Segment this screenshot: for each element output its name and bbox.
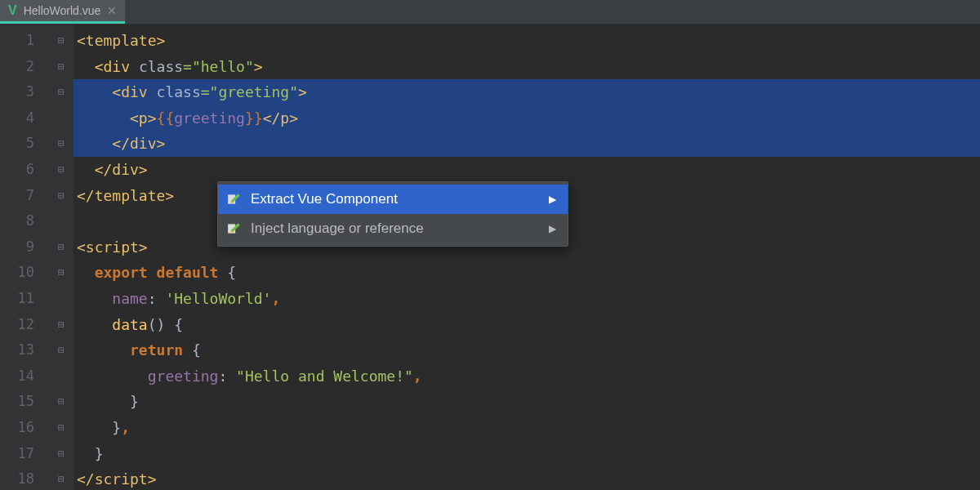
code-line[interactable]: }, xyxy=(74,415,980,441)
line-number: 6 xyxy=(0,157,49,183)
code-line[interactable]: </script> xyxy=(74,466,980,490)
code-line[interactable]: <p>{{greeting}}</p> xyxy=(74,105,980,131)
line-number-gutter: 123456789101112131415161718 xyxy=(0,24,49,490)
fold-marker[interactable] xyxy=(49,183,74,209)
fold-marker[interactable] xyxy=(49,79,74,105)
fold-marker[interactable] xyxy=(49,466,74,490)
menu-item-label: Extract Vue Component xyxy=(251,191,398,207)
fold-marker[interactable] xyxy=(49,54,74,80)
vue-file-icon: V xyxy=(8,3,17,18)
editor: 123456789101112131415161718 <template> <… xyxy=(0,24,980,490)
code-line[interactable]: name: 'HelloWorld', xyxy=(74,286,980,312)
line-number: 11 xyxy=(0,286,49,312)
fold-marker[interactable] xyxy=(49,260,74,286)
fold-marker[interactable] xyxy=(49,389,74,415)
code-line[interactable]: <div class="greeting"> xyxy=(74,79,980,105)
tab-filename: HelloWorld.vue xyxy=(24,4,101,17)
line-number: 1 xyxy=(0,28,49,54)
fold-marker[interactable] xyxy=(49,105,74,131)
line-number: 3 xyxy=(0,79,49,105)
line-number: 15 xyxy=(0,389,49,415)
code-line[interactable]: <div class="hello"> xyxy=(74,54,980,80)
code-line[interactable]: return { xyxy=(74,337,980,363)
fold-marker[interactable] xyxy=(49,286,74,312)
line-number: 17 xyxy=(0,441,49,467)
fold-marker[interactable] xyxy=(49,234,74,261)
code-line[interactable]: </div> xyxy=(74,157,980,183)
fold-marker[interactable] xyxy=(49,363,74,390)
line-number: 10 xyxy=(0,260,49,286)
pencil-icon xyxy=(226,191,243,207)
code-line[interactable]: data() { xyxy=(74,312,980,338)
fold-marker[interactable] xyxy=(49,415,74,441)
line-number: 7 xyxy=(0,183,49,209)
fold-marker[interactable] xyxy=(49,131,74,157)
code-line[interactable]: </div> xyxy=(74,131,980,157)
close-icon[interactable]: ✕ xyxy=(107,4,117,17)
line-number: 2 xyxy=(0,54,49,80)
code-line[interactable]: export default { xyxy=(74,260,980,286)
line-number: 13 xyxy=(0,337,49,363)
code-line[interactable]: } xyxy=(74,441,980,467)
line-number: 9 xyxy=(0,234,49,261)
line-number: 14 xyxy=(0,363,49,390)
fold-gutter xyxy=(49,24,74,490)
chevron-right-icon: ▶ xyxy=(549,194,556,205)
fold-marker[interactable] xyxy=(49,157,74,183)
chevron-right-icon: ▶ xyxy=(549,223,556,234)
fold-marker[interactable] xyxy=(49,28,74,54)
pencil-icon xyxy=(226,220,243,237)
line-number: 4 xyxy=(0,105,49,131)
tab-bar: V HelloWorld.vue ✕ xyxy=(0,0,980,24)
fold-marker[interactable] xyxy=(49,312,74,338)
context-menu: Extract Vue Component ▶ Inject language … xyxy=(217,181,568,247)
code-area[interactable]: <template> <div class="hello"> <div clas… xyxy=(74,24,980,490)
fold-marker[interactable] xyxy=(49,337,74,363)
line-number: 18 xyxy=(0,466,49,490)
menu-item-inject-language[interactable]: Inject language or reference ▶ xyxy=(218,214,568,243)
file-tab[interactable]: V HelloWorld.vue ✕ xyxy=(0,0,125,24)
code-line[interactable]: <template> xyxy=(74,28,980,54)
fold-marker[interactable] xyxy=(49,441,74,467)
menu-item-extract-vue-component[interactable]: Extract Vue Component ▶ xyxy=(218,185,568,214)
line-number: 8 xyxy=(0,208,49,234)
line-number: 16 xyxy=(0,415,49,441)
line-number: 5 xyxy=(0,131,49,157)
fold-marker[interactable] xyxy=(49,208,74,234)
code-line[interactable]: } xyxy=(74,389,980,415)
code-line[interactable]: greeting: "Hello and Welcome!", xyxy=(74,363,980,390)
menu-item-label: Inject language or reference xyxy=(251,220,424,237)
line-number: 12 xyxy=(0,312,49,338)
